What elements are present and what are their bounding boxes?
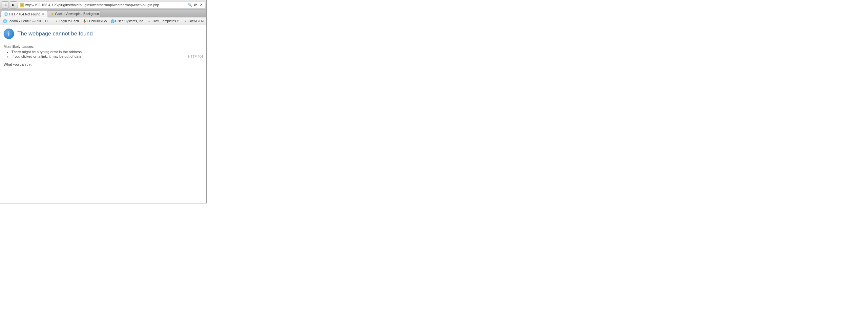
bookmark-fedora[interactable]: 🌐 Fedora - CentOS - RHEL Li... xyxy=(2,19,52,24)
causes-title: Most likely causes: xyxy=(4,44,203,49)
bookmark-cacti-general[interactable]: ★ Cacti-GENERAL ▼ xyxy=(182,19,206,24)
address-bar: 🔒 🔍 ⟳ ✕ xyxy=(18,2,205,8)
bookmark-icon-general: ★ xyxy=(183,19,187,23)
address-input[interactable] xyxy=(25,3,187,7)
bookmark-icon-fedora: 🌐 xyxy=(3,19,7,23)
bookmark-icon-templates: ★ xyxy=(147,19,151,23)
bookmark-cacti-templates[interactable]: ★ Cacti_Templates ▼ xyxy=(146,19,180,24)
tabs-bar: 🌐 HTTP 404 Not Found ✕ ★ Cacti • View to… xyxy=(0,9,206,18)
what-try-section: What you can try: xyxy=(4,62,203,66)
dropdown-templates-icon: ▼ xyxy=(177,20,179,23)
bookmark-icon-login: ★ xyxy=(54,19,58,23)
tab-cacti[interactable]: ★ Cacti • View topic - Backgroun... ✕ xyxy=(48,10,100,17)
back-button[interactable]: ◀ xyxy=(2,1,9,8)
nav-bar: ◀ ▶ 🔒 🔍 ⟳ ✕ xyxy=(0,0,206,9)
causes-section: Most likely causes: There might be a typ… xyxy=(4,44,203,58)
back-arrow-icon: ◀ xyxy=(4,3,6,6)
page-content: i The webpage cannot be found HTTP 404 M… xyxy=(0,25,206,203)
tab-label-cacti: Cacti • View topic - Backgroun... xyxy=(55,12,100,16)
forward-arrow-icon: ▶ xyxy=(12,3,15,6)
search-icon[interactable]: 🔍 xyxy=(188,3,192,7)
causes-list: There might be a typing error in the add… xyxy=(4,50,203,58)
tab-label-404: HTTP 404 Not Found xyxy=(9,12,40,16)
cause-2: If you clicked on a link, it may be out … xyxy=(11,55,203,58)
bookmarks-bar: 🌐 Fedora - CentOS - RHEL Li... ★ Login t… xyxy=(0,18,206,25)
bookmark-label-templates: Cacti_Templates xyxy=(152,19,176,23)
error-header: i The webpage cannot be found xyxy=(4,29,203,42)
bookmark-label-login: Login to Cacti xyxy=(59,19,79,23)
close-button[interactable]: ✕ xyxy=(199,3,204,7)
tab-favicon-cacti: ★ xyxy=(51,12,54,16)
bookmark-icon-duck: 🦆 xyxy=(83,19,87,23)
forward-button[interactable]: ▶ xyxy=(10,1,17,8)
info-icon: i xyxy=(4,29,14,39)
bookmark-icon-cisco: 🌐 xyxy=(111,19,115,23)
bookmark-login-cacti[interactable]: ★ Login to Cacti xyxy=(53,19,80,24)
bookmark-cisco[interactable]: 🌐 Cisco Systems, Inc xyxy=(109,19,144,24)
tab-favicon-404: 🌐 xyxy=(4,12,8,16)
security-icon: 🔒 xyxy=(20,3,24,7)
cause-1: There might be a typing error in the add… xyxy=(11,50,203,54)
what-try-label: What you can try: xyxy=(4,62,203,66)
bookmark-label-duck: DuckDuckGo xyxy=(87,19,106,23)
bookmark-label-fedora: Fedora - CentOS - RHEL Li... xyxy=(7,19,50,23)
bookmark-label-general: Cacti-GENERAL xyxy=(188,19,206,23)
refresh-button[interactable]: ⟳ xyxy=(193,3,198,7)
page-title: The webpage cannot be found xyxy=(18,31,93,37)
bookmark-duckduckgo[interactable]: 🦆 DuckDuckGo xyxy=(81,19,108,24)
tab-404[interactable]: 🌐 HTTP 404 Not Found ✕ xyxy=(1,11,48,18)
tab-close-404[interactable]: ✕ xyxy=(42,12,45,16)
bookmark-label-cisco: Cisco Systems, Inc xyxy=(115,19,143,23)
browser-window: ◀ ▶ 🔒 🔍 ⟳ ✕ 🌐 HTTP 404 Not Found ✕ ★ Cac… xyxy=(0,0,207,204)
http-404-label: HTTP 404 xyxy=(188,55,203,58)
